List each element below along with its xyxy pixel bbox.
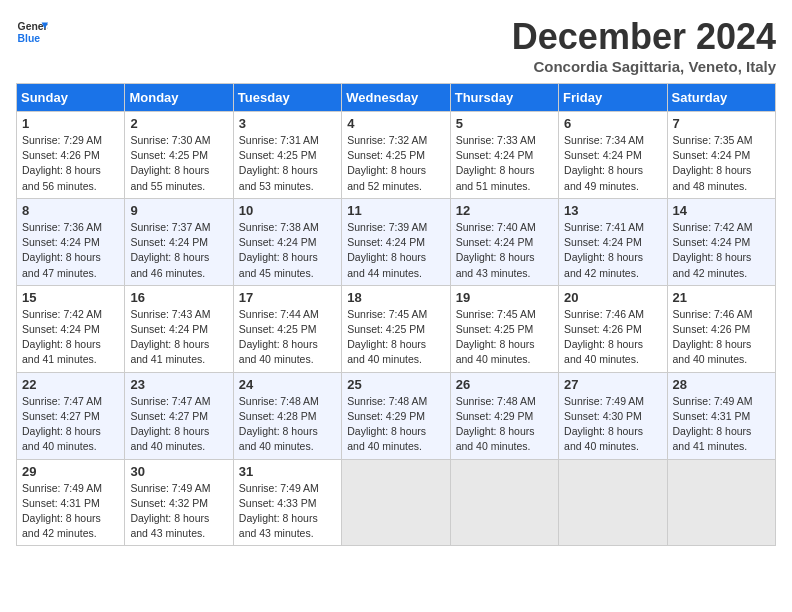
day-number: 28 [673,377,770,392]
day-number: 18 [347,290,444,305]
day-number: 12 [456,203,553,218]
day-number: 7 [673,116,770,131]
day-info: Sunrise: 7:32 AMSunset: 4:25 PMDaylight:… [347,134,427,192]
day-info: Sunrise: 7:42 AMSunset: 4:24 PMDaylight:… [673,221,753,279]
day-number: 4 [347,116,444,131]
day-info: Sunrise: 7:46 AMSunset: 4:26 PMDaylight:… [673,308,753,366]
calendar-day-cell: 14 Sunrise: 7:42 AMSunset: 4:24 PMDaylig… [667,198,775,285]
day-number: 31 [239,464,336,479]
calendar-day-cell: 8 Sunrise: 7:36 AMSunset: 4:24 PMDayligh… [17,198,125,285]
day-info: Sunrise: 7:42 AMSunset: 4:24 PMDaylight:… [22,308,102,366]
day-info: Sunrise: 7:47 AMSunset: 4:27 PMDaylight:… [22,395,102,453]
day-info: Sunrise: 7:45 AMSunset: 4:25 PMDaylight:… [456,308,536,366]
weekday-header-cell: Tuesday [233,84,341,112]
day-info: Sunrise: 7:48 AMSunset: 4:28 PMDaylight:… [239,395,319,453]
day-info: Sunrise: 7:49 AMSunset: 4:31 PMDaylight:… [22,482,102,540]
calendar-day-cell: 16 Sunrise: 7:43 AMSunset: 4:24 PMDaylig… [125,285,233,372]
day-info: Sunrise: 7:44 AMSunset: 4:25 PMDaylight:… [239,308,319,366]
calendar-day-cell: 10 Sunrise: 7:38 AMSunset: 4:24 PMDaylig… [233,198,341,285]
day-number: 3 [239,116,336,131]
calendar-day-cell [667,459,775,546]
calendar-week-row: 29 Sunrise: 7:49 AMSunset: 4:31 PMDaylig… [17,459,776,546]
weekday-header-cell: Monday [125,84,233,112]
calendar-day-cell: 1 Sunrise: 7:29 AMSunset: 4:26 PMDayligh… [17,112,125,199]
day-info: Sunrise: 7:40 AMSunset: 4:24 PMDaylight:… [456,221,536,279]
day-number: 16 [130,290,227,305]
calendar-day-cell: 19 Sunrise: 7:45 AMSunset: 4:25 PMDaylig… [450,285,558,372]
day-info: Sunrise: 7:37 AMSunset: 4:24 PMDaylight:… [130,221,210,279]
day-number: 27 [564,377,661,392]
day-number: 13 [564,203,661,218]
day-number: 2 [130,116,227,131]
day-number: 1 [22,116,119,131]
day-info: Sunrise: 7:49 AMSunset: 4:32 PMDaylight:… [130,482,210,540]
day-info: Sunrise: 7:48 AMSunset: 4:29 PMDaylight:… [456,395,536,453]
calendar-day-cell: 7 Sunrise: 7:35 AMSunset: 4:24 PMDayligh… [667,112,775,199]
weekday-header-cell: Wednesday [342,84,450,112]
calendar-week-row: 22 Sunrise: 7:47 AMSunset: 4:27 PMDaylig… [17,372,776,459]
calendar-day-cell: 12 Sunrise: 7:40 AMSunset: 4:24 PMDaylig… [450,198,558,285]
weekday-header-cell: Thursday [450,84,558,112]
day-number: 26 [456,377,553,392]
day-info: Sunrise: 7:34 AMSunset: 4:24 PMDaylight:… [564,134,644,192]
day-number: 19 [456,290,553,305]
logo-icon: General Blue [16,16,48,48]
calendar-day-cell: 2 Sunrise: 7:30 AMSunset: 4:25 PMDayligh… [125,112,233,199]
calendar-day-cell [342,459,450,546]
calendar-day-cell: 28 Sunrise: 7:49 AMSunset: 4:31 PMDaylig… [667,372,775,459]
day-number: 25 [347,377,444,392]
title-area: December 2024 Concordia Sagittaria, Vene… [512,16,776,75]
day-number: 8 [22,203,119,218]
calendar-table: SundayMondayTuesdayWednesdayThursdayFrid… [16,83,776,546]
day-info: Sunrise: 7:48 AMSunset: 4:29 PMDaylight:… [347,395,427,453]
calendar-week-row: 15 Sunrise: 7:42 AMSunset: 4:24 PMDaylig… [17,285,776,372]
calendar-day-cell: 22 Sunrise: 7:47 AMSunset: 4:27 PMDaylig… [17,372,125,459]
day-number: 20 [564,290,661,305]
day-number: 9 [130,203,227,218]
weekday-header-cell: Sunday [17,84,125,112]
weekday-header-cell: Friday [559,84,667,112]
calendar-day-cell: 17 Sunrise: 7:44 AMSunset: 4:25 PMDaylig… [233,285,341,372]
day-number: 11 [347,203,444,218]
day-info: Sunrise: 7:29 AMSunset: 4:26 PMDaylight:… [22,134,102,192]
calendar-day-cell: 31 Sunrise: 7:49 AMSunset: 4:33 PMDaylig… [233,459,341,546]
calendar-day-cell: 24 Sunrise: 7:48 AMSunset: 4:28 PMDaylig… [233,372,341,459]
weekday-header-cell: Saturday [667,84,775,112]
day-info: Sunrise: 7:45 AMSunset: 4:25 PMDaylight:… [347,308,427,366]
day-number: 24 [239,377,336,392]
calendar-day-cell: 30 Sunrise: 7:49 AMSunset: 4:32 PMDaylig… [125,459,233,546]
day-number: 17 [239,290,336,305]
day-number: 30 [130,464,227,479]
day-info: Sunrise: 7:47 AMSunset: 4:27 PMDaylight:… [130,395,210,453]
day-number: 10 [239,203,336,218]
day-number: 6 [564,116,661,131]
day-number: 23 [130,377,227,392]
calendar-day-cell [450,459,558,546]
day-info: Sunrise: 7:39 AMSunset: 4:24 PMDaylight:… [347,221,427,279]
calendar-day-cell: 11 Sunrise: 7:39 AMSunset: 4:24 PMDaylig… [342,198,450,285]
calendar-day-cell: 18 Sunrise: 7:45 AMSunset: 4:25 PMDaylig… [342,285,450,372]
day-number: 21 [673,290,770,305]
day-number: 15 [22,290,119,305]
day-number: 29 [22,464,119,479]
day-info: Sunrise: 7:41 AMSunset: 4:24 PMDaylight:… [564,221,644,279]
calendar-week-row: 8 Sunrise: 7:36 AMSunset: 4:24 PMDayligh… [17,198,776,285]
calendar-day-cell: 3 Sunrise: 7:31 AMSunset: 4:25 PMDayligh… [233,112,341,199]
calendar-day-cell: 21 Sunrise: 7:46 AMSunset: 4:26 PMDaylig… [667,285,775,372]
day-info: Sunrise: 7:49 AMSunset: 4:31 PMDaylight:… [673,395,753,453]
day-number: 22 [22,377,119,392]
calendar-day-cell: 20 Sunrise: 7:46 AMSunset: 4:26 PMDaylig… [559,285,667,372]
day-info: Sunrise: 7:33 AMSunset: 4:24 PMDaylight:… [456,134,536,192]
month-title: December 2024 [512,16,776,58]
day-info: Sunrise: 7:49 AMSunset: 4:30 PMDaylight:… [564,395,644,453]
svg-text:Blue: Blue [18,33,41,44]
header: General Blue December 2024 Concordia Sag… [16,16,776,75]
calendar-day-cell: 25 Sunrise: 7:48 AMSunset: 4:29 PMDaylig… [342,372,450,459]
calendar-body: 1 Sunrise: 7:29 AMSunset: 4:26 PMDayligh… [17,112,776,546]
day-info: Sunrise: 7:43 AMSunset: 4:24 PMDaylight:… [130,308,210,366]
calendar-day-cell: 26 Sunrise: 7:48 AMSunset: 4:29 PMDaylig… [450,372,558,459]
calendar-day-cell: 6 Sunrise: 7:34 AMSunset: 4:24 PMDayligh… [559,112,667,199]
day-info: Sunrise: 7:36 AMSunset: 4:24 PMDaylight:… [22,221,102,279]
calendar-day-cell: 27 Sunrise: 7:49 AMSunset: 4:30 PMDaylig… [559,372,667,459]
logo: General Blue [16,16,48,48]
